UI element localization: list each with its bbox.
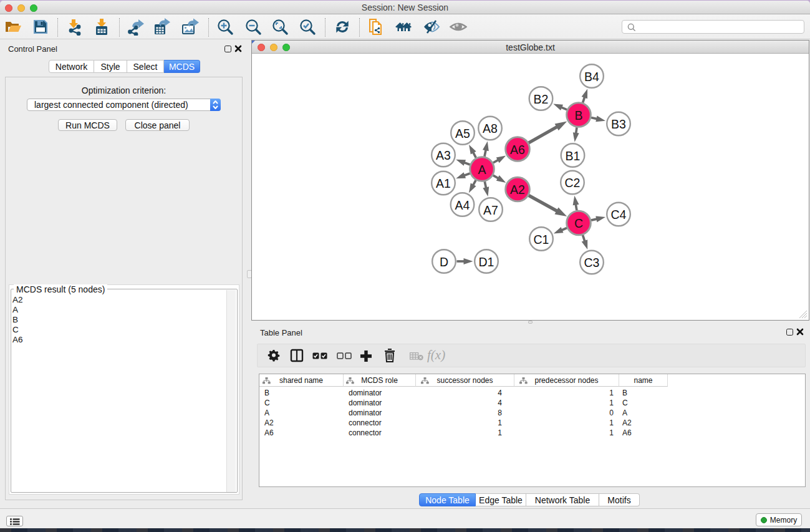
svg-text:C: C [574, 216, 583, 230]
svg-text:A1: A1 [436, 177, 451, 190]
svg-text:A2: A2 [510, 183, 525, 196]
svg-text:B3: B3 [611, 117, 626, 131]
svg-text:C2: C2 [565, 176, 581, 190]
svg-text:C4: C4 [611, 208, 627, 221]
svg-text:B4: B4 [584, 70, 599, 84]
svg-text:A8: A8 [483, 122, 498, 135]
svg-text:A: A [478, 163, 486, 177]
svg-text:B2: B2 [534, 92, 549, 106]
svg-text:A5: A5 [455, 127, 470, 140]
svg-text:A6: A6 [510, 143, 525, 157]
svg-text:A7: A7 [483, 203, 498, 217]
svg-text:A4: A4 [455, 198, 470, 212]
svg-text:A3: A3 [436, 148, 451, 162]
svg-text:D: D [440, 255, 448, 269]
svg-text:B: B [574, 109, 582, 122]
svg-text:C3: C3 [584, 256, 600, 269]
svg-text:B1: B1 [566, 149, 581, 163]
svg-text:D1: D1 [479, 255, 494, 269]
svg-text:C1: C1 [534, 233, 549, 246]
